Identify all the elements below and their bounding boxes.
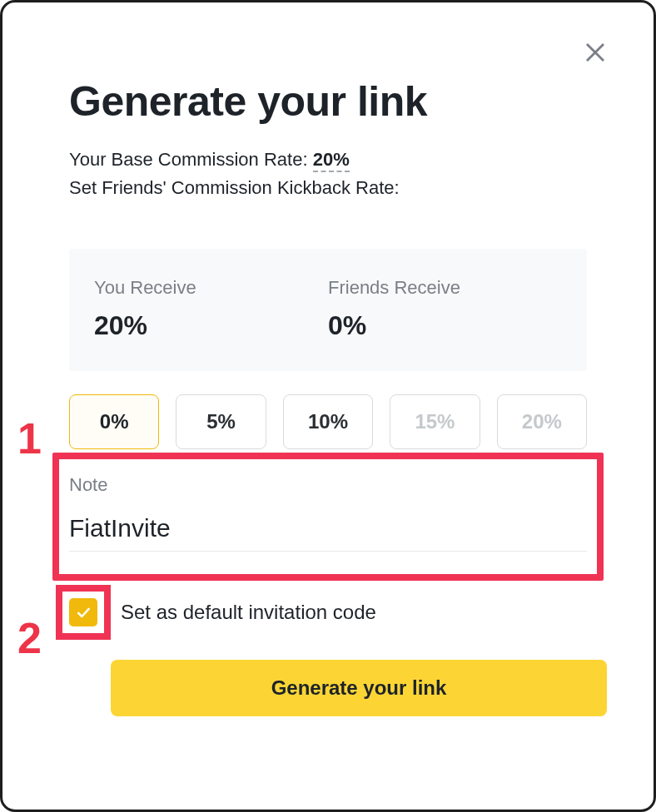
generate-link-modal: Generate your link Your Base Commission … [0, 0, 656, 812]
friends-receive-value: 0% [328, 310, 562, 341]
friends-receive-label: Friends Receive [328, 277, 562, 299]
base-rate-line: Your Base Commission Rate: 20% [69, 146, 587, 174]
modal-content: Generate your link Your Base Commission … [2, 2, 654, 716]
modal-title: Generate your link [69, 77, 587, 126]
annotation-number-1: 1 [17, 413, 42, 463]
default-code-row: Set as default invitation code [69, 598, 587, 626]
you-receive-value: 20% [94, 310, 328, 341]
kickback-option-10[interactable]: 10% [283, 394, 373, 449]
close-icon [583, 40, 608, 65]
default-code-checkbox[interactable] [69, 598, 97, 626]
kickback-rate-label: Set Friends' Commission Kickback Rate: [69, 174, 587, 202]
you-receive-col: You Receive 20% [94, 277, 328, 341]
note-section: Note [69, 459, 587, 552]
kickback-option-20: 20% [497, 394, 587, 449]
default-code-label: Set as default invitation code [121, 601, 376, 624]
note-label: Note [69, 459, 587, 496]
commission-split-box: You Receive 20% Friends Receive 0% [69, 249, 587, 371]
kickback-option-0[interactable]: 0% [69, 394, 159, 449]
kickback-option-15: 15% [390, 394, 480, 449]
base-rate-label: Your Base Commission Rate: [69, 149, 308, 170]
annotation-number-2: 2 [17, 613, 42, 663]
check-icon [75, 604, 92, 621]
generate-link-button[interactable]: Generate your link [111, 660, 607, 716]
close-button[interactable] [579, 36, 612, 69]
base-rate-value: 20% [313, 149, 350, 172]
you-receive-label: You Receive [94, 277, 328, 299]
note-input[interactable] [69, 514, 587, 552]
kickback-options: 0% 5% 10% 15% 20% [69, 394, 587, 449]
kickback-option-5[interactable]: 5% [176, 394, 266, 449]
friends-receive-col: Friends Receive 0% [328, 277, 562, 341]
